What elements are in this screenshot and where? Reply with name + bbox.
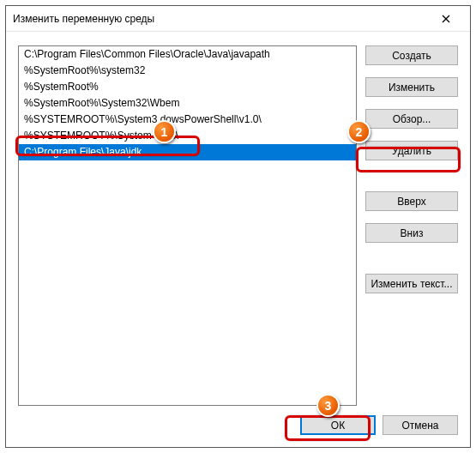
list-item[interactable]: %SystemRoot%\system32: [19, 63, 356, 79]
up-button[interactable]: Вверх: [365, 191, 458, 211]
path-listbox[interactable]: C:\Program Files\Common Files\Oracle\Jav…: [18, 45, 357, 406]
list-item[interactable]: C:\Program Files\Common Files\Oracle\Jav…: [19, 46, 356, 63]
titlebar: Изменить переменную среды: [6, 6, 470, 32]
dialog-body: C:\Program Files\Common Files\Oracle\Jav…: [6, 32, 470, 447]
list-item[interactable]: %SYSTEMROOT%\System3 dowsPowerShell\v1.0…: [19, 112, 356, 128]
list-item[interactable]: %SystemRoot%: [19, 79, 356, 95]
delete-button[interactable]: Удалить: [365, 141, 458, 160]
window-title: Изменить переменную среды: [13, 13, 429, 25]
edit-text-button[interactable]: Изменить текст...: [365, 274, 458, 293]
dialog-footer-buttons: ОК Отмена: [300, 415, 458, 435]
close-icon: [442, 15, 450, 23]
browse-button[interactable]: Обзор...: [365, 109, 458, 129]
cancel-button[interactable]: Отмена: [383, 415, 458, 435]
side-buttons: Создать Изменить Обзор... Удалить Вверх …: [365, 45, 458, 406]
list-item[interactable]: %SYSTEMROOT%\System SSH\: [19, 128, 356, 144]
dialog-window: Изменить переменную среды C:\Program Fil…: [5, 5, 471, 448]
list-item[interactable]: %SystemRoot%\System32\Wbem: [19, 95, 356, 112]
change-button[interactable]: Изменить: [365, 77, 458, 97]
list-item-selected[interactable]: C:\Program Files\Java\jdk: [19, 144, 356, 160]
close-button[interactable]: [429, 8, 463, 30]
down-button[interactable]: Вниз: [365, 223, 458, 243]
create-button[interactable]: Создать: [365, 45, 458, 65]
content-area: C:\Program Files\Common Files\Oracle\Jav…: [18, 45, 458, 406]
ok-button[interactable]: ОК: [300, 415, 376, 435]
